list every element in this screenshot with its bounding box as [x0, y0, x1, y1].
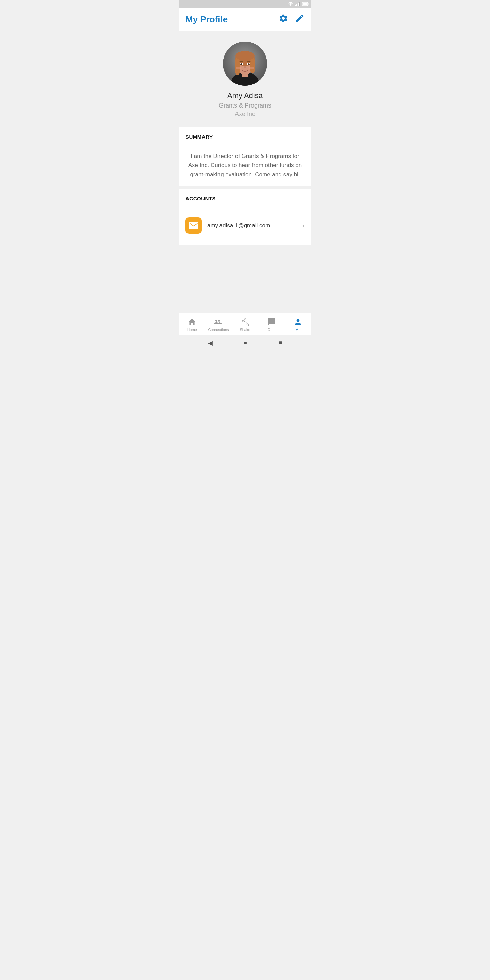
nav-item-me[interactable]: Me [285, 318, 311, 332]
svg-point-25 [249, 67, 254, 69]
svg-rect-1 [296, 4, 298, 6]
svg-point-21 [241, 64, 242, 65]
svg-point-22 [249, 64, 250, 65]
avatar[interactable] [223, 41, 267, 86]
gear-icon [279, 14, 288, 23]
connections-icon [214, 318, 223, 326]
profile-role: Grants & Programs [219, 102, 271, 109]
summary-title: SUMMARY [185, 134, 305, 140]
accounts-divider [179, 207, 311, 207]
nav-label-me: Me [295, 328, 301, 332]
summary-text: I am the Director of Grants & Programs f… [185, 151, 305, 179]
nav-label-shake: Shake [240, 328, 250, 332]
content-spacer [179, 245, 311, 313]
account-chevron-icon: › [302, 221, 305, 229]
nav-item-connections[interactable]: Connections [205, 318, 232, 332]
svg-rect-5 [308, 3, 309, 5]
profile-section: Amy Adisa Grants & Programs Axe Inc [179, 31, 311, 124]
nav-label-home: Home [187, 328, 197, 332]
page-title: My Profile [185, 14, 228, 25]
svg-rect-14 [235, 58, 240, 75]
nav-label-chat: Chat [267, 328, 275, 332]
svg-point-16 [235, 51, 255, 60]
email-icon-box [185, 218, 202, 234]
accounts-title: ACCOUNTS [185, 196, 305, 202]
status-bar [179, 0, 311, 8]
chat-icon [267, 318, 276, 326]
svg-rect-0 [295, 5, 296, 6]
pencil-icon [295, 14, 305, 23]
recents-button[interactable]: ■ [278, 339, 282, 347]
header-actions [279, 14, 305, 25]
svg-rect-2 [298, 3, 299, 6]
svg-point-23 [243, 66, 247, 68]
nav-item-home[interactable]: Home [179, 318, 205, 332]
nav-item-shake[interactable]: Shake [232, 318, 258, 332]
header: My Profile [179, 8, 311, 31]
svg-rect-6 [302, 3, 307, 5]
profile-name: Amy Adisa [227, 91, 263, 100]
account-email-item[interactable]: amy.adisa.1@gmail.com › [185, 213, 305, 238]
accounts-section: ACCOUNTS amy.adisa.1@gmail.com › [179, 189, 311, 245]
shake-icon [240, 318, 250, 326]
svg-point-24 [236, 67, 241, 69]
nav-label-connections: Connections [208, 328, 229, 332]
summary-section: SUMMARY I am the Director of Grants & Pr… [179, 127, 311, 186]
content-area: Amy Adisa Grants & Programs Axe Inc SUMM… [179, 31, 311, 313]
signal-icon [295, 2, 301, 6]
home-icon [188, 318, 196, 326]
svg-rect-3 [299, 2, 300, 6]
profile-company: Axe Inc [235, 111, 255, 118]
avatar-image [223, 41, 267, 86]
wifi-icon [288, 2, 294, 6]
svg-rect-15 [250, 58, 255, 73]
bottom-nav: Home Connections Shake Chat Me [179, 313, 311, 335]
settings-button[interactable] [279, 14, 288, 25]
accounts-bottom-divider [179, 238, 311, 238]
back-button[interactable]: ◀ [208, 339, 213, 347]
email-icon [189, 222, 198, 229]
home-button[interactable]: ● [243, 339, 247, 347]
edit-button[interactable] [295, 14, 305, 25]
account-email-text: amy.adisa.1@gmail.com [207, 222, 270, 229]
system-nav: ◀ ● ■ [179, 335, 311, 351]
me-icon [294, 318, 302, 326]
battery-icon [302, 2, 309, 6]
account-left: amy.adisa.1@gmail.com [185, 218, 270, 234]
nav-item-chat[interactable]: Chat [258, 318, 285, 332]
